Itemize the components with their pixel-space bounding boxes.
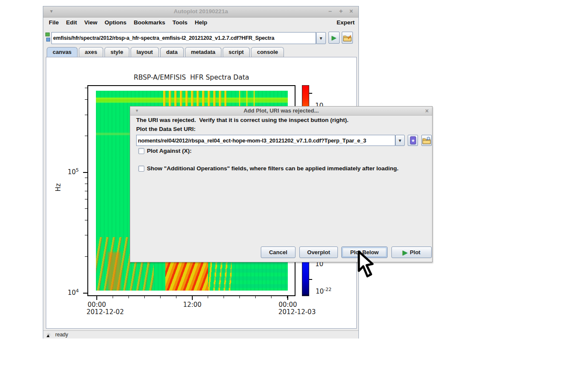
inspect-uri-button[interactable]	[342, 32, 353, 44]
status-text: ready	[55, 332, 68, 338]
menu-help[interactable]: Help	[195, 19, 207, 26]
x-tick-label[interactable]: 00:00	[275, 301, 301, 309]
dialog-inspect-button[interactable]	[421, 135, 432, 146]
tab-data[interactable]: data	[160, 47, 184, 57]
dialog-close-button[interactable]: ×	[425, 107, 429, 114]
spectrogram-texture	[108, 252, 121, 291]
busy-icon: ✳	[46, 332, 53, 338]
folder-edit-icon	[343, 34, 352, 42]
status-blue-square-icon	[46, 38, 50, 42]
uri-dropdown-button[interactable]: ▼	[316, 32, 326, 44]
tab-axes[interactable]: axes	[79, 47, 103, 57]
dialog-uri-input[interactable]	[136, 135, 395, 146]
x-axis-tick	[287, 296, 288, 300]
bookmark-book-icon: ★	[409, 136, 417, 145]
plot-title: RBSP-A/EMFISIS HFR Spectra Data	[87, 74, 295, 81]
mouse-cursor	[354, 250, 376, 282]
cancel-button[interactable]: Cancel	[261, 246, 295, 258]
minimize-button[interactable]: –	[326, 8, 334, 15]
overplot-button[interactable]: Overplot	[299, 246, 338, 258]
screen: ▾ Autoplot 20190221a – + × File Edit Vie…	[0, 0, 576, 392]
x-axis-tick	[192, 296, 193, 300]
tab-style[interactable]: style	[104, 47, 129, 57]
folder-search-icon	[422, 137, 431, 144]
play-icon: ▶	[403, 249, 407, 255]
y-tick-label-1e4[interactable]: 104	[68, 288, 79, 297]
close-button[interactable]: ×	[347, 8, 355, 15]
tab-console[interactable]: console	[251, 47, 284, 57]
menu-tools[interactable]: Tools	[173, 19, 188, 26]
x-tick-label[interactable]: 12:00	[179, 301, 206, 309]
dialog-bookmark-button[interactable]: ★	[408, 135, 418, 146]
dialog-message: The URI was rejected. Verify that it is …	[136, 117, 349, 123]
go-plot-button[interactable]: ▶	[328, 32, 340, 44]
add-plot-dialog: ▾ Add Plot, URI was rejected... × The UR…	[130, 106, 433, 262]
spectrogram-texture	[233, 91, 259, 107]
status-bar: ✳ ready	[43, 330, 358, 339]
y-tick-label-1e5[interactable]: 105	[68, 167, 79, 176]
x-date-label[interactable]: 2012-12-03	[278, 308, 316, 316]
dialog-uri-label: Plot the Data Set URI:	[136, 126, 196, 132]
x-axis-tick	[96, 296, 97, 300]
menu-view[interactable]: View	[84, 19, 98, 26]
datasource-status-icon	[45, 33, 51, 43]
menu-bar: File Edit View Options Bookmarks Tools H…	[43, 18, 358, 27]
window-titlebar[interactable]: ▾ Autoplot 20190221a – + ×	[43, 6, 358, 18]
status-green-square-icon	[45, 33, 50, 36]
additional-operations-label[interactable]: Show "Additional Operations" fields, whe…	[147, 165, 398, 172]
x-axis-minor-ticks	[97, 296, 289, 298]
tab-script[interactable]: script	[223, 47, 250, 57]
tab-layout[interactable]: layout	[131, 47, 159, 57]
expert-toggle[interactable]: Expert	[337, 19, 355, 26]
colorbar-tick	[309, 93, 312, 94]
uri-input[interactable]	[51, 32, 316, 44]
plot-against-checkbox[interactable]	[138, 148, 144, 154]
tab-canvas[interactable]: canvas	[47, 47, 78, 57]
play-icon: ▶	[332, 35, 337, 41]
dialog-title: Add Plot, URI was rejected...	[130, 107, 432, 114]
menu-bookmarks[interactable]: Bookmarks	[134, 19, 165, 26]
spectrogram-texture	[160, 91, 227, 108]
dialog-uri-dropdown-button[interactable]: ▼	[395, 135, 405, 146]
plot-button[interactable]: ▶ Plot	[391, 246, 432, 258]
menu-options[interactable]: Options	[104, 19, 126, 26]
colorbar-tick	[309, 279, 312, 280]
x-date-label[interactable]: 2012-12-02	[87, 308, 124, 316]
x-tick-label[interactable]: 00:00	[84, 301, 110, 309]
tab-bar: canvas axes style layout data metadata s…	[47, 47, 284, 57]
tab-metadata[interactable]: metadata	[185, 47, 221, 57]
window-title: Autoplot 20190221a	[43, 8, 358, 15]
y-axis-minor-ticks	[85, 88, 87, 88]
y-axis-label[interactable]: Hz	[54, 183, 62, 191]
svg-text:★: ★	[411, 138, 415, 143]
maximize-button[interactable]: +	[337, 8, 345, 15]
colorbar-label: 10-22	[316, 287, 331, 295]
menu-file[interactable]: File	[49, 19, 59, 26]
menu-edit[interactable]: Edit	[66, 19, 77, 26]
y-axis-major-ticks	[83, 172, 87, 173]
additional-operations-checkbox[interactable]	[138, 166, 144, 172]
plot-against-label[interactable]: Plot Against (X):	[147, 148, 192, 154]
dialog-titlebar[interactable]: ▾ Add Plot, URI was rejected... ×	[130, 107, 432, 116]
